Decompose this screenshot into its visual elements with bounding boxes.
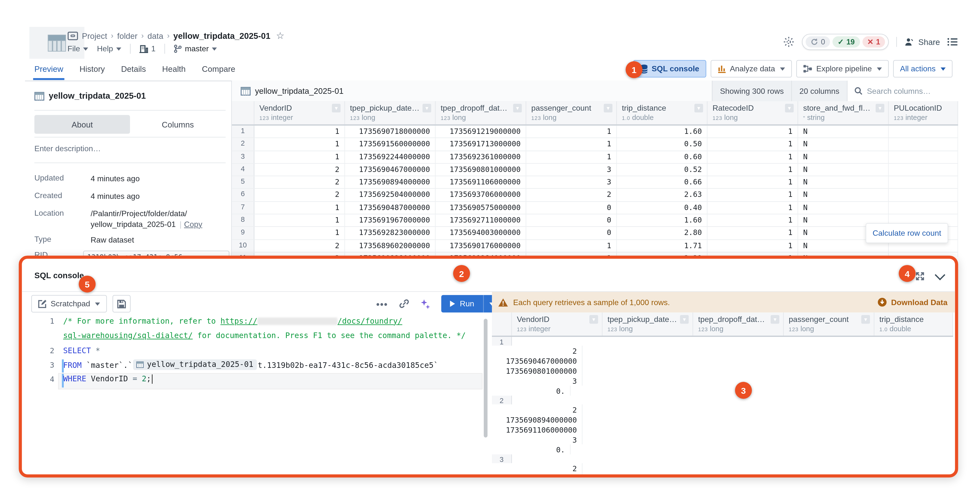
column-header[interactable]: VendorID▼123integer	[254, 101, 345, 124]
suggestions-sun-icon[interactable]	[783, 36, 795, 48]
analyze-data-button[interactable]: Analyze data	[711, 60, 792, 78]
filter-icon[interactable]: ▼	[771, 315, 780, 324]
table-cell	[889, 189, 958, 201]
column-name: trip_distance	[879, 315, 924, 324]
column-header[interactable]: trip_distance▼1.0double	[617, 101, 707, 124]
sql-console-button[interactable]: SQL console	[633, 60, 706, 78]
tab-preview[interactable]: Preview	[35, 57, 63, 80]
search-icon	[854, 87, 862, 95]
type-badge-icon: 123	[350, 115, 360, 121]
dataset-chip[interactable]: yellow_tripdata_2025-01	[133, 359, 257, 370]
expand-icon[interactable]	[915, 271, 925, 281]
filter-icon[interactable]: ▼	[876, 104, 885, 113]
panel-controls	[915, 271, 944, 281]
row-number: 2	[232, 138, 254, 150]
link-icon[interactable]	[399, 299, 409, 309]
calculate-row-count-button[interactable]: Calculate row count	[866, 223, 948, 243]
all-actions-button[interactable]: All actions	[893, 60, 952, 78]
table-cell: 1	[526, 126, 617, 138]
column-type: 123integer	[517, 325, 598, 333]
row-number: 1	[492, 337, 512, 346]
editor-scrollbar[interactable]	[484, 319, 487, 437]
tab-compare[interactable]: Compare	[202, 57, 235, 80]
column-type: 123long	[441, 114, 522, 121]
filter-icon[interactable]: ▼	[861, 315, 870, 324]
ai-sparkles-icon[interactable]	[420, 299, 430, 309]
column-header[interactable]: tpep_pickup_date…▼123long	[345, 101, 436, 124]
breadcrumb-item[interactable]: folder	[117, 31, 137, 40]
breadcrumb-item[interactable]: Project	[82, 31, 107, 40]
row-number: 4	[232, 164, 254, 176]
checks-passed-badge[interactable]: ✓19	[833, 36, 860, 48]
filter-icon[interactable]: ▼	[589, 315, 598, 324]
table-cell: 1735691967000000	[345, 215, 436, 226]
column-type: 1.0double	[622, 114, 703, 121]
filter-icon[interactable]: ▼	[604, 104, 612, 113]
sql-comment-line1: /* For more information, refer to https:…	[63, 317, 402, 325]
checks-failed-badge[interactable]: ✕1	[862, 36, 885, 48]
tab-details[interactable]: Details	[121, 57, 146, 80]
column-header[interactable]: tpep_dropoff_dat…▼123long	[436, 101, 526, 124]
column-type: 123long	[350, 114, 431, 121]
builds-indicator[interactable]: 1	[139, 45, 155, 53]
table-cell: 0	[526, 215, 617, 226]
branch-selector[interactable]: master	[174, 45, 217, 53]
help-menu[interactable]: Help	[97, 45, 121, 53]
scratchpad-selector[interactable]: Scratchpad	[31, 295, 107, 313]
sql-code-editor[interactable]: 1 /* For more information, refer to http…	[22, 313, 489, 474]
table-cell: 1735692361000000	[436, 151, 526, 163]
favorite-star-icon[interactable]: ☆	[276, 30, 284, 41]
tab-health[interactable]: Health	[162, 57, 186, 80]
column-header[interactable]: passenger_count▼123long	[784, 312, 875, 336]
table-icon	[136, 361, 144, 368]
filter-icon[interactable]: ▼	[513, 104, 522, 113]
properties-list-icon[interactable]	[948, 38, 958, 46]
row-number: 7	[232, 202, 254, 214]
created-value: 4 minutes ago	[91, 191, 140, 202]
column-header[interactable]: VendorID▼123integer	[512, 312, 603, 336]
more-options-icon[interactable]: •••	[376, 299, 388, 309]
filter-icon[interactable]: ▼	[680, 315, 689, 324]
column-header[interactable]: store_and_fwd_fl…▼”string	[798, 101, 889, 124]
column-header[interactable]: tpep_dropoff_dat…▼123long	[693, 312, 784, 336]
sql-comment-line2: sql-warehousing/sql-dialect/ for documen…	[63, 331, 466, 340]
table-row: 311735692244000000173569236100000010.601…	[232, 151, 958, 164]
header-right: 0 ✓19 ✕1 Share	[783, 34, 958, 50]
table-cell: 2.63	[617, 189, 707, 201]
explore-pipeline-button[interactable]: Explore pipeline	[796, 60, 889, 78]
column-header[interactable]: PULocationID123integer	[889, 101, 958, 124]
sidebar-tab-about[interactable]: About	[35, 115, 130, 134]
column-header[interactable]: trip_distance1.0double	[875, 312, 953, 336]
filter-icon[interactable]: ▼	[694, 104, 703, 113]
copy-location-link[interactable]: Copy	[184, 220, 202, 229]
filter-icon[interactable]: ▼	[785, 104, 794, 113]
column-name: VendorID	[259, 104, 292, 113]
share-button[interactable]: Share	[905, 37, 940, 46]
table-icon	[240, 86, 251, 95]
table-cell: 1	[707, 202, 798, 214]
column-header[interactable]: passenger_count▼123long	[526, 101, 617, 124]
table-cell: 0	[526, 227, 617, 239]
breadcrumb-item[interactable]: data	[148, 31, 164, 40]
save-button[interactable]	[113, 295, 131, 313]
column-header[interactable]: RatecodeID▼123long	[707, 101, 798, 124]
file-menu[interactable]: File	[67, 45, 88, 53]
table-cell: 1	[707, 177, 798, 188]
checks-running-badge[interactable]: 0	[806, 36, 830, 48]
table-row: 621735692504000000173569370600000022.631…	[232, 189, 958, 202]
table-cell: 2	[492, 463, 582, 473]
table-cell: 1735692711000000	[436, 215, 526, 226]
table-cell: 1735691106000000	[436, 177, 526, 188]
collapse-chevron-icon[interactable]	[935, 270, 945, 280]
column-name: PULocationID	[894, 104, 942, 113]
download-data-button[interactable]: Download Data	[877, 297, 948, 307]
description-placeholder[interactable]: Enter description…	[35, 144, 101, 153]
run-button[interactable]: RunRun	[441, 295, 500, 313]
tab-history[interactable]: History	[80, 57, 105, 80]
checks-status-group[interactable]: 0 ✓19 ✕1	[802, 34, 889, 50]
search-columns-input[interactable]: Search columns…	[847, 81, 958, 101]
filter-icon[interactable]: ▼	[423, 104, 431, 113]
sidebar-tab-columns[interactable]: Columns	[130, 115, 226, 134]
filter-icon[interactable]: ▼	[332, 104, 341, 113]
column-header[interactable]: tpep_pickup_date…▼123long	[603, 312, 693, 336]
